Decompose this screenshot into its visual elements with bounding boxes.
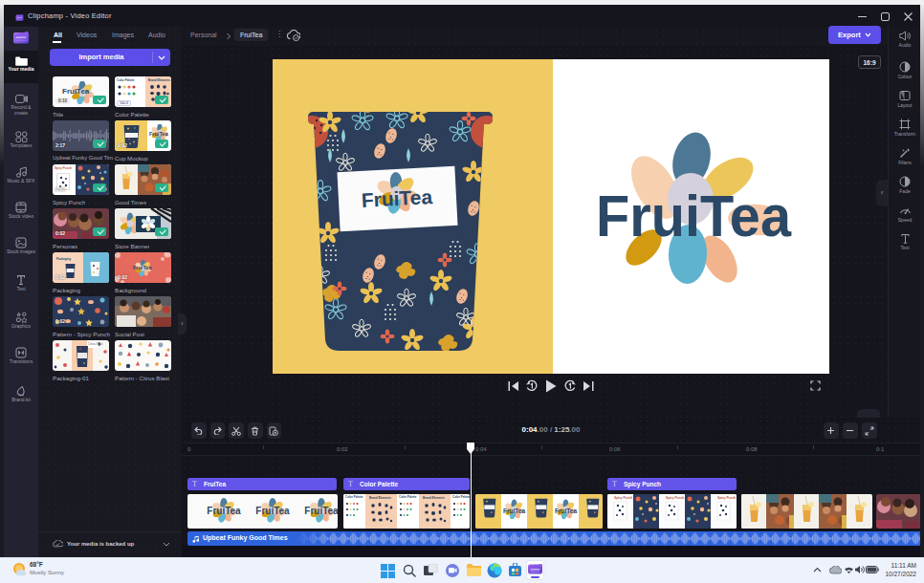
svg-text:FruiTea: FruiTea — [361, 185, 433, 211]
svg-text:FruiTea: FruiTea — [255, 506, 290, 516]
svg-text:FruiTea: FruiTea — [304, 506, 338, 516]
svg-text:FruiTea: FruiTea — [596, 183, 791, 248]
svg-text:FruiTea: FruiTea — [207, 506, 241, 516]
svg-text:Citrus Blast: Citrus Blast — [88, 342, 103, 346]
